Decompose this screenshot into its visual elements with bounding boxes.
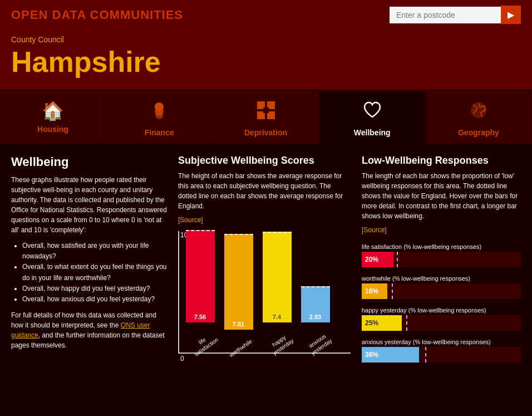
left-panel-title: Wellbeing	[11, 155, 167, 169]
response-item-happy: happy yesterday (% low-wellbeing respons…	[362, 307, 521, 331]
bullet-4: Overall, how anxious did you feel yester…	[22, 294, 167, 305]
response-bars: life satisfaction (% low-wellbeing respo…	[362, 243, 521, 363]
wellbeing-icon	[362, 100, 382, 125]
lw-title: Low-Wellbeing Responses	[362, 155, 521, 167]
header: OPEN DATA COMMUNITIES ▶	[0, 0, 532, 30]
main-content: Wellbeing These graphs illustrate how pe…	[0, 144, 532, 387]
dashed-worthwhile	[224, 234, 253, 235]
middle-panel: Subjective Wellbeing Scores The height o…	[178, 155, 351, 376]
response-label-happy: happy yesterday (% low-wellbeing respons…	[362, 307, 521, 314]
bullet-2: Overall, to what extent do you feel the …	[22, 262, 167, 283]
bar-group-life-satisfaction: 7.56 lifesatisfaction	[185, 230, 215, 353]
response-item-worthwhile: worthwhile (% low-wellbeing responses) 1…	[362, 275, 521, 299]
dashed-happy	[263, 232, 292, 233]
nav-tabs: 🏠 Housing Finance Deprivation Wellbeing	[0, 90, 532, 144]
bar-value-happy: 7.4	[263, 314, 292, 320]
deprivation-icon	[256, 100, 276, 125]
chart-desc: The height of each bar shows the average…	[178, 171, 351, 211]
dashed-england-avg	[186, 230, 215, 231]
logo-open: OPEN DATA	[11, 8, 86, 22]
bar-group-anxious: 2.93 anxiousyesterday	[300, 286, 331, 353]
response-pct-anxious: 36%	[365, 351, 378, 359]
tab-housing[interactable]: 🏠 Housing	[0, 91, 106, 144]
postcode-submit-button[interactable]: ▶	[501, 6, 521, 24]
bar-happy[interactable]: 7.4	[263, 232, 292, 322]
bar-value-anxious: 2.93	[301, 314, 330, 320]
response-label-life-sat: life satisfaction (% low-wellbeing respo…	[362, 243, 521, 250]
response-item-life-sat: life satisfaction (% low-wellbeing respo…	[362, 243, 521, 267]
right-panel: Low-Wellbeing Responses The length of ea…	[362, 155, 521, 376]
postcode-form: ▶	[390, 6, 521, 24]
left-panel: Wellbeing These graphs illustrate how pe…	[11, 155, 167, 376]
response-dashed-happy	[406, 315, 407, 331]
tab-deprivation-label: Deprivation	[244, 128, 287, 137]
housing-icon: 🏠	[42, 100, 64, 121]
tab-housing-label: Housing	[37, 125, 68, 134]
response-bar-container-life-sat[interactable]: 20%	[362, 252, 521, 267]
bar-value-worthwhile: 7.81	[224, 321, 253, 327]
response-label-worthwhile: worthwhile (% low-wellbeing responses)	[362, 275, 521, 282]
tab-wellbeing-label: Wellbeing	[354, 128, 391, 137]
title-section: County Council Hampshire	[0, 30, 532, 90]
left-panel-footer: For full details of how this data was co…	[11, 310, 167, 350]
geography-icon	[469, 100, 489, 125]
response-bar-container-worthwhile[interactable]: 16%	[362, 283, 521, 299]
bar-label-happy: happyyesterday	[264, 329, 298, 359]
response-dashed-anxious	[425, 347, 426, 363]
tab-geography-label: Geography	[458, 128, 499, 137]
response-bar-life-sat: 20%	[362, 252, 393, 267]
tab-geography[interactable]: Geography	[426, 91, 532, 144]
response-bar-anxious: 36%	[362, 347, 419, 363]
response-dashed-worthwhile	[392, 283, 393, 299]
lw-source-link[interactable]: [Source]	[362, 226, 387, 234]
response-pct-worthwhile: 16%	[365, 287, 378, 295]
y-axis-min: 0	[180, 355, 184, 363]
postcode-input[interactable]	[390, 7, 501, 23]
response-pct-life-sat: 20%	[365, 256, 378, 263]
bullet-list: Overall, how satisfied are you with your…	[22, 241, 167, 305]
county-name: Hampshire	[11, 45, 521, 79]
bar-group-worthwhile: 7.81 worthwhile	[223, 234, 254, 353]
council-label: County Council	[11, 35, 521, 44]
bullet-1: Overall, how satisfied are you with your…	[22, 241, 167, 262]
tab-deprivation[interactable]: Deprivation	[213, 91, 319, 144]
tab-finance[interactable]: Finance	[106, 91, 213, 144]
bullet-3: Overall, how happy did you feel yesterda…	[22, 283, 167, 294]
bar-anxious[interactable]: 2.93	[301, 286, 330, 322]
response-item-anxious: anxious yesterday (% low-wellbeing respo…	[362, 339, 521, 363]
site-logo: OPEN DATA COMMUNITIES	[11, 8, 183, 22]
chart-source-link[interactable]: [Source]	[178, 216, 203, 224]
lw-desc: The length of each bar shows the proport…	[362, 171, 521, 221]
response-bar-container-anxious[interactable]: 36%	[362, 347, 521, 363]
response-label-anxious: anxious yesterday (% low-wellbeing respo…	[362, 339, 521, 345]
response-pct-happy: 25%	[365, 319, 378, 327]
response-bar-container-happy[interactable]: 25%	[362, 315, 521, 331]
left-panel-intro: These graphs illustrate how people rated…	[11, 175, 167, 235]
finance-icon	[149, 100, 169, 125]
logo-communities: COMMUNITIES	[90, 8, 183, 22]
response-dashed-life-sat	[397, 252, 398, 267]
bar-value-life-satisfaction: 7.56	[186, 314, 215, 320]
bar-label-worthwhile: worthwhile	[226, 336, 255, 360]
bar-label-anxious: anxiousyesterday	[303, 329, 336, 359]
chart-title: Subjective Wellbeing Scores	[178, 155, 351, 167]
bar-life-satisfaction[interactable]: 7.56	[186, 230, 215, 322]
bar-label-life-satisfaction: lifesatisfaction	[188, 329, 221, 359]
bar-group-happy: 7.4 happyyesterday	[262, 232, 292, 353]
dashed-anxious	[301, 286, 330, 287]
svg-rect-7	[263, 107, 269, 113]
response-bar-worthwhile: 16%	[362, 283, 387, 299]
tab-wellbeing[interactable]: Wellbeing	[319, 91, 426, 144]
svg-point-2	[155, 111, 163, 119]
tab-finance-label: Finance	[145, 128, 174, 137]
bar-chart: 10 0 7.56 lifesatisfaction 7.81	[178, 231, 351, 376]
bar-worthwhile[interactable]: 7.81	[224, 234, 253, 330]
response-bar-happy: 25%	[362, 315, 402, 331]
